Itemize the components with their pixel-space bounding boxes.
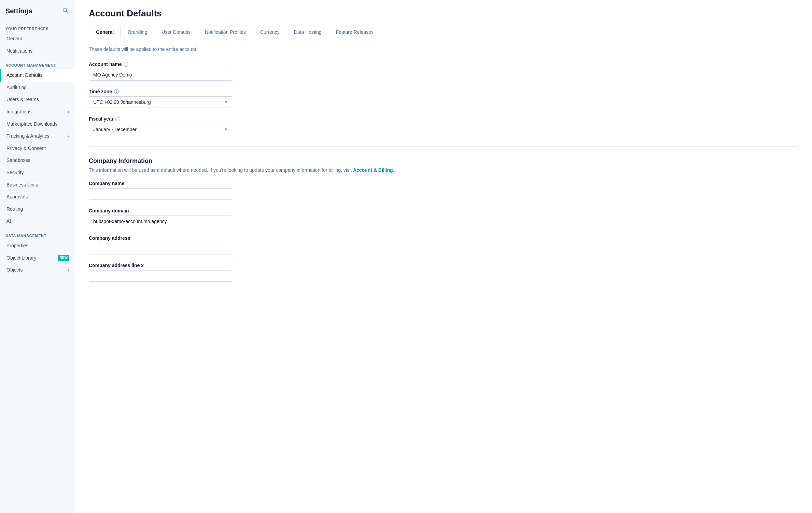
sidebar-item-label: Privacy & Consent: [6, 145, 46, 152]
company-address2-label: Company address line 2: [89, 263, 232, 268]
sidebar-item-security[interactable]: Security: [0, 167, 75, 179]
tabs-bar: GeneralBrandingUser DefaultsNotification…: [89, 26, 798, 38]
sidebar-item-sandboxes[interactable]: Sandboxes: [0, 154, 75, 167]
time-zone-group: Time zone i UTC +02:00 JohannesburgUTC +…: [89, 89, 232, 108]
sidebar-item-label: Object Library: [6, 255, 36, 262]
fiscal-year-select[interactable]: January - DecemberFebruary - JanuaryMarc…: [89, 124, 232, 135]
account-name-info-icon[interactable]: i: [124, 62, 128, 67]
sidebar-item-notifications[interactable]: Notifications: [0, 45, 75, 57]
sidebar-item-label: Business Units: [6, 182, 38, 189]
company-name-group: Company name: [89, 181, 232, 200]
sidebar-item-label: Objects: [6, 267, 23, 274]
tab-feature-releases[interactable]: Feature Releases: [329, 26, 381, 38]
sidebar-header: Settings: [0, 0, 75, 20]
company-name-input[interactable]: [89, 188, 232, 200]
chevron-down-icon: ▾: [68, 268, 69, 273]
time-zone-select[interactable]: UTC +02:00 JohannesburgUTC +00:00 UTCUTC…: [89, 96, 232, 108]
tab-currency[interactable]: Currency: [253, 26, 287, 38]
sidebar-item-properties[interactable]: Properties: [0, 240, 75, 252]
fiscal-year-select-wrapper: January - DecemberFebruary - JanuaryMarc…: [89, 124, 232, 135]
fiscal-year-group: Fiscal year i January - DecemberFebruary…: [89, 116, 232, 135]
account-name-group: Account name i: [89, 61, 232, 81]
sidebar-item-label: Account Defaults: [6, 72, 43, 79]
sidebar-item-business-units[interactable]: Business Units: [0, 179, 75, 191]
chevron-down-icon: ▾: [68, 110, 69, 114]
sidebar-item-audit-log[interactable]: Audit Log: [0, 82, 75, 94]
sidebar-item-ai[interactable]: AI: [0, 215, 75, 227]
sidebar-item-label: Routing: [6, 206, 23, 213]
company-domain-input[interactable]: [89, 216, 232, 227]
sidebar-item-general-pref[interactable]: General: [0, 33, 75, 45]
search-icon: [62, 8, 68, 13]
company-name-label: Company name: [89, 181, 232, 186]
sidebar-title: Settings: [5, 7, 32, 15]
account-billing-link[interactable]: Account & Billing: [353, 167, 393, 173]
tab-notification-profiles[interactable]: Notification Profiles: [198, 26, 253, 38]
account-name-label: Account name i: [89, 61, 232, 67]
sidebar-item-object-library[interactable]: Object LibraryNEW: [0, 252, 75, 264]
sidebar-item-label: Audit Log: [6, 84, 27, 91]
sidebar-item-label: Sandboxes: [6, 157, 30, 164]
sidebar-section-label: Your Preferences: [0, 20, 75, 33]
time-zone-info-icon[interactable]: i: [114, 89, 119, 94]
chevron-down-icon: ▾: [68, 134, 69, 139]
company-info-description: This information will be used as a defau…: [89, 167, 798, 174]
svg-line-1: [66, 11, 68, 13]
tab-data-hosting[interactable]: Data Hosting: [287, 26, 329, 38]
svg-point-0: [63, 8, 67, 12]
sidebar-section-label: Data Management: [0, 227, 75, 240]
sidebar-item-users-teams[interactable]: Users & Teams: [0, 94, 75, 106]
sidebar-item-label: Security: [6, 169, 24, 176]
sidebar-search-button[interactable]: [61, 6, 69, 16]
page-title: Account Defaults: [89, 8, 798, 19]
sidebar-item-label: Notifications: [6, 48, 32, 55]
sidebar-item-marketplace-downloads[interactable]: Marketplace Downloads: [0, 118, 75, 130]
company-info-heading: Company Information: [89, 157, 798, 165]
sidebar-item-label: Integrations: [6, 109, 31, 115]
sidebar-item-integrations[interactable]: Integrations▾: [0, 106, 75, 118]
tab-branding[interactable]: Branding: [121, 26, 154, 38]
main-content: Account Defaults GeneralBrandingUser Def…: [75, 0, 812, 513]
company-address2-group: Company address line 2: [89, 263, 232, 282]
sidebar-item-label: Properties: [6, 242, 28, 249]
sidebar-item-account-defaults[interactable]: Account Defaults: [0, 69, 75, 82]
fiscal-year-label: Fiscal year i: [89, 116, 232, 122]
form-description: These defaults will be applied to the en…: [89, 46, 798, 52]
account-name-input[interactable]: [89, 69, 232, 81]
time-zone-label: Time zone i: [89, 89, 232, 94]
sidebar-item-label: Tracking & Analytics: [6, 133, 50, 140]
time-zone-select-wrapper: UTC +02:00 JohannesburgUTC +00:00 UTCUTC…: [89, 96, 232, 108]
company-address-label: Company address: [89, 235, 232, 241]
sidebar: Settings Your PreferencesGeneralNotifica…: [0, 0, 75, 513]
section-divider: [89, 146, 798, 147]
sidebar-item-objects[interactable]: Objects▾: [0, 264, 75, 276]
company-address-input[interactable]: [89, 243, 232, 254]
company-domain-label: Company domain: [89, 208, 232, 213]
company-domain-group: Company domain: [89, 208, 232, 227]
sidebar-item-label: General: [6, 36, 24, 42]
sidebar-item-label: Approvals: [6, 194, 28, 200]
sidebar-item-label: AI: [6, 218, 11, 225]
new-badge: NEW: [58, 255, 69, 261]
fiscal-year-info-icon[interactable]: i: [115, 116, 120, 121]
sidebar-item-label: Marketplace Downloads: [6, 121, 57, 128]
tab-user-defaults[interactable]: User Defaults: [154, 26, 198, 38]
company-address2-input[interactable]: [89, 270, 232, 282]
company-info-section: Company Information This information wil…: [89, 157, 798, 282]
tab-general[interactable]: General: [89, 26, 121, 38]
company-address-group: Company address: [89, 235, 232, 254]
sidebar-item-tracking-analytics[interactable]: Tracking & Analytics▾: [0, 130, 75, 142]
sidebar-item-approvals[interactable]: Approvals: [0, 191, 75, 203]
sidebar-item-label: Users & Teams: [6, 96, 39, 103]
sidebar-item-routing[interactable]: Routing: [0, 203, 75, 216]
sidebar-section-label: Account Management: [0, 57, 75, 69]
sidebar-sections: Your PreferencesGeneralNotificationsAcco…: [0, 20, 75, 276]
sidebar-item-privacy-consent[interactable]: Privacy & Consent: [0, 142, 75, 155]
